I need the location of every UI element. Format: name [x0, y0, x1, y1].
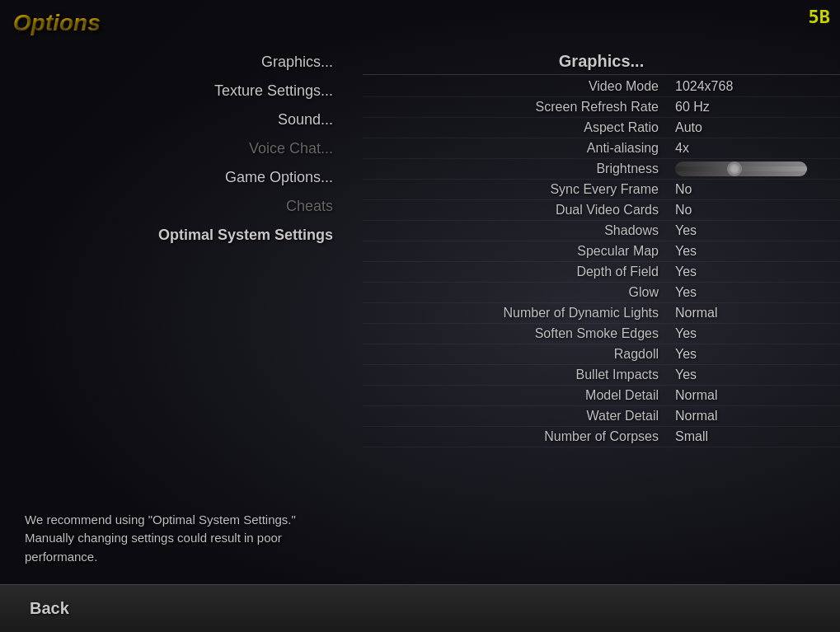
label-anti-aliasing: Anti-aliasing: [363, 141, 675, 156]
label-ragdoll: Ragdoll: [363, 347, 675, 362]
sidebar-item-cheats: Cheats: [16, 193, 346, 220]
setting-row-smoke: Soften Smoke Edges Yes: [363, 324, 840, 344]
label-corpses: Number of Corpses: [363, 429, 675, 444]
sidebar-item-texture[interactable]: Texture Settings...: [16, 77, 346, 105]
page-title: Options: [13, 10, 101, 36]
setting-row-aspect-ratio: Aspect Ratio Auto: [363, 118, 840, 138]
setting-row-shadows: Shadows Yes: [363, 221, 840, 241]
label-dual-video: Dual Video Cards: [363, 203, 675, 218]
back-button[interactable]: Back: [16, 592, 82, 625]
label-dof: Depth of Field: [363, 265, 675, 279]
sidebar-menu: Graphics... Texture Settings... Sound...…: [16, 49, 346, 249]
sidebar-item-sound[interactable]: Sound...: [16, 106, 346, 133]
brightness-slider[interactable]: [675, 162, 807, 176]
label-sync: Sync Every Frame: [363, 182, 675, 197]
label-dynamic-lights: Number of Dynamic Lights: [363, 306, 675, 321]
sidebar: Graphics... Texture Settings... Sound...…: [0, 45, 363, 583]
value-corpses[interactable]: Small: [675, 429, 824, 444]
sidebar-item-game-options[interactable]: Game Options...: [16, 164, 346, 191]
setting-row-bullet: Bullet Impacts Yes: [363, 365, 840, 386]
value-aspect-ratio[interactable]: Auto: [675, 120, 824, 135]
label-smoke: Soften Smoke Edges: [363, 326, 675, 341]
value-specular[interactable]: Yes: [675, 244, 824, 259]
setting-row-specular: Specular Map Yes: [363, 241, 840, 262]
setting-row-model-detail: Model Detail Normal: [363, 386, 840, 406]
value-water-detail[interactable]: Normal: [675, 409, 824, 424]
label-glow: Glow: [363, 285, 675, 300]
label-water-detail: Water Detail: [363, 409, 675, 424]
setting-row-anti-aliasing: Anti-aliasing 4x: [363, 138, 840, 159]
recommendation-text: We recommend using "Optimal System Setti…: [16, 494, 330, 583]
setting-row-brightness: Brightness: [363, 159, 840, 180]
value-glow[interactable]: Yes: [675, 285, 824, 300]
value-dynamic-lights[interactable]: Normal: [675, 306, 824, 321]
panel-header: Graphics...: [363, 45, 840, 75]
label-model-detail: Model Detail: [363, 388, 675, 403]
bottom-bar: Back: [0, 584, 840, 632]
label-brightness: Brightness: [363, 162, 675, 176]
value-brightness[interactable]: [675, 162, 824, 176]
sidebar-item-voice: Voice Chat...: [16, 135, 346, 162]
value-dof[interactable]: Yes: [675, 265, 824, 279]
sidebar-item-optimal[interactable]: Optimal System Settings: [16, 222, 346, 249]
value-anti-aliasing[interactable]: 4x: [675, 141, 824, 156]
label-bullet: Bullet Impacts: [363, 367, 675, 382]
value-smoke[interactable]: Yes: [675, 326, 824, 341]
setting-row-dof: Depth of Field Yes: [363, 262, 840, 283]
label-aspect-ratio: Aspect Ratio: [363, 120, 675, 135]
label-shadows: Shadows: [363, 223, 675, 238]
setting-row-dynamic-lights: Number of Dynamic Lights Normal: [363, 303, 840, 324]
fps-counter: 5B: [809, 7, 831, 27]
setting-row-ragdoll: Ragdoll Yes: [363, 344, 840, 365]
setting-row-corpses: Number of Corpses Small: [363, 427, 840, 447]
right-panel: Graphics... Video Mode 1024x768 Screen R…: [363, 45, 840, 583]
setting-row-glow: Glow Yes: [363, 283, 840, 303]
setting-row-refresh-rate: Screen Refresh Rate 60 Hz: [363, 97, 840, 118]
value-refresh-rate[interactable]: 60 Hz: [675, 100, 824, 115]
value-model-detail[interactable]: Normal: [675, 388, 824, 403]
settings-list: Video Mode 1024x768 Screen Refresh Rate …: [363, 77, 840, 447]
value-sync[interactable]: No: [675, 182, 824, 197]
setting-row-dual-video: Dual Video Cards No: [363, 200, 840, 221]
slider-track: [675, 166, 807, 171]
setting-row-sync: Sync Every Frame No: [363, 180, 840, 200]
value-bullet[interactable]: Yes: [675, 367, 824, 382]
value-video-mode[interactable]: 1024x768: [675, 79, 824, 94]
label-video-mode: Video Mode: [363, 79, 675, 94]
label-specular: Specular Map: [363, 244, 675, 259]
label-refresh-rate: Screen Refresh Rate: [363, 100, 675, 115]
value-shadows[interactable]: Yes: [675, 223, 824, 238]
setting-row-video-mode: Video Mode 1024x768: [363, 77, 840, 97]
slider-thumb[interactable]: [727, 162, 742, 176]
setting-row-water-detail: Water Detail Normal: [363, 406, 840, 427]
value-dual-video[interactable]: No: [675, 203, 824, 218]
value-ragdoll[interactable]: Yes: [675, 347, 824, 362]
sidebar-item-graphics[interactable]: Graphics...: [16, 49, 346, 76]
